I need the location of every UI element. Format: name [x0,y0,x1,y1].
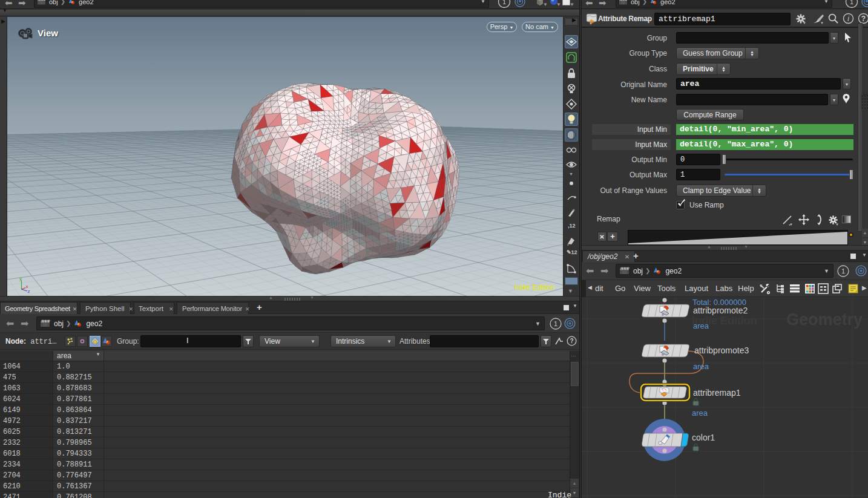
svg-text:1: 1 [850,0,853,5]
svg-text:attribpromote3: attribpromote3 [694,346,749,355]
svg-text:Geometry: Geometry [786,310,863,329]
svg-text:attribpromote2: attribpromote2 [693,306,748,315]
svg-text:Total: 0.000000: Total: 0.000000 [692,298,746,307]
svg-text:area: area [693,321,709,330]
svg-text:1: 1 [554,320,557,327]
svg-text:area: area [693,362,709,371]
svg-text:1: 1 [841,267,845,275]
svg-text:i: i [847,15,849,23]
svg-text:color1: color1 [692,433,715,442]
svg-text:?: ? [861,15,866,23]
svg-text:?: ? [570,338,573,344]
svg-text:area: area [692,408,708,418]
svg-text:z: z [28,289,30,293]
svg-text:attribremap1: attribremap1 [693,388,741,398]
svg-text:y: y [19,276,22,281]
svg-text:1: 1 [502,0,506,5]
